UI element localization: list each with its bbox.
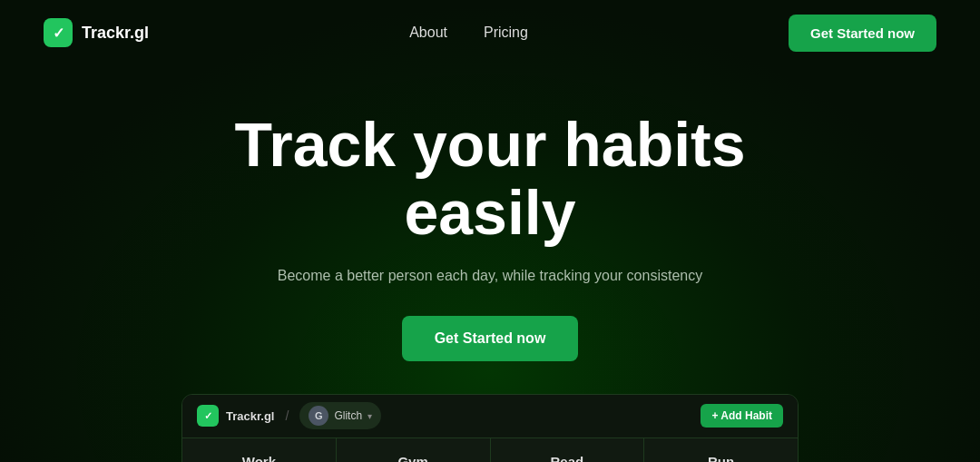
app-preview: ✓ Trackr.gl / G Glitch ▾ + Add Habit Wor… xyxy=(181,394,799,462)
app-bar-left: ✓ Trackr.gl / G Glitch ▾ xyxy=(197,402,381,429)
user-avatar: G xyxy=(309,406,328,426)
hero-section: Track your habits easily Become a better… xyxy=(0,65,980,361)
nav-links: About Pricing xyxy=(409,25,528,41)
brand-name: Trackr.gl xyxy=(82,24,149,43)
nav-cta-button[interactable]: Get Started now xyxy=(789,15,936,52)
user-name: Glitch xyxy=(334,409,362,422)
app-bar: ✓ Trackr.gl / G Glitch ▾ + Add Habit xyxy=(182,395,798,438)
nav-about[interactable]: About xyxy=(409,25,447,41)
habit-read: Read xyxy=(491,438,645,462)
habit-run: Run xyxy=(644,438,798,462)
logo-icon: ✓ xyxy=(44,18,73,47)
navbar: ✓ Trackr.gl About Pricing Get Started no… xyxy=(0,0,980,65)
hero-cta-button[interactable]: Get Started now xyxy=(402,316,579,361)
app-divider: / xyxy=(285,408,289,423)
hero-title: Track your habits easily xyxy=(234,111,745,247)
habits-row: Work Gym Read Run xyxy=(182,438,798,462)
user-badge[interactable]: G Glitch ▾ xyxy=(299,402,381,429)
habit-gym: Gym xyxy=(337,438,491,462)
hero-subtitle: Become a better person each day, while t… xyxy=(278,265,702,287)
app-brand-name: Trackr.gl xyxy=(226,409,274,423)
nav-pricing[interactable]: Pricing xyxy=(484,25,528,41)
app-logo-small: ✓ xyxy=(197,405,219,427)
logo-area: ✓ Trackr.gl xyxy=(44,18,149,47)
chevron-down-icon: ▾ xyxy=(368,411,372,421)
add-habit-button[interactable]: + Add Habit xyxy=(701,404,783,428)
habit-work: Work xyxy=(182,438,337,462)
